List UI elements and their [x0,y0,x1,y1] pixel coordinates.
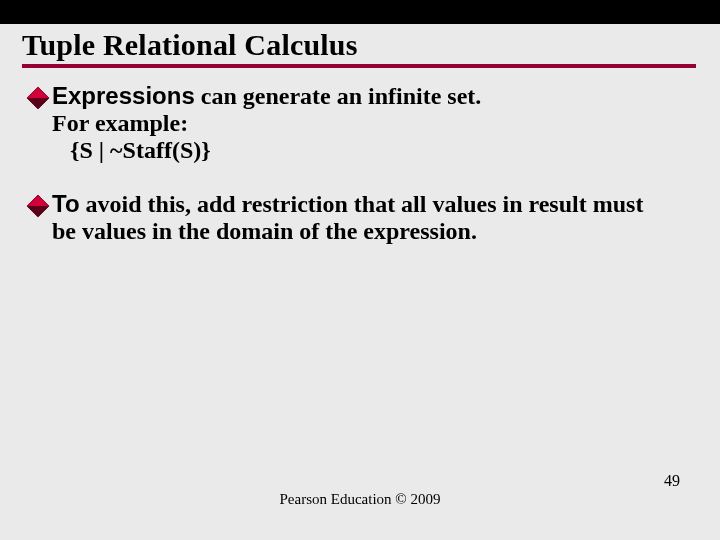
diamond-bullet-icon [27,87,50,110]
bullet-lead: To [52,190,80,217]
slide-title: Tuple Relational Calculus [0,24,720,64]
bullet-line: For example: [52,110,668,137]
bullet-item: Expressions can generate an infinite set… [52,82,668,164]
slide-body: Expressions can generate an infinite set… [0,68,720,245]
bullet-lead: Expressions [52,82,195,109]
bullet-rest: can generate an infinite set. [195,83,482,109]
slide: Tuple Relational Calculus Expressions ca… [0,0,720,540]
top-black-bar [0,0,720,24]
bullet-line: {S | ~Staff(S)} [52,137,668,164]
bullet-item: To avoid this, add restriction that all … [52,190,668,245]
bullet-rest: avoid this, add restriction that all val… [52,191,643,244]
diamond-bullet-icon [27,195,50,218]
page-number: 49 [664,472,680,490]
footer-text: Pearson Education © 2009 [0,491,720,508]
